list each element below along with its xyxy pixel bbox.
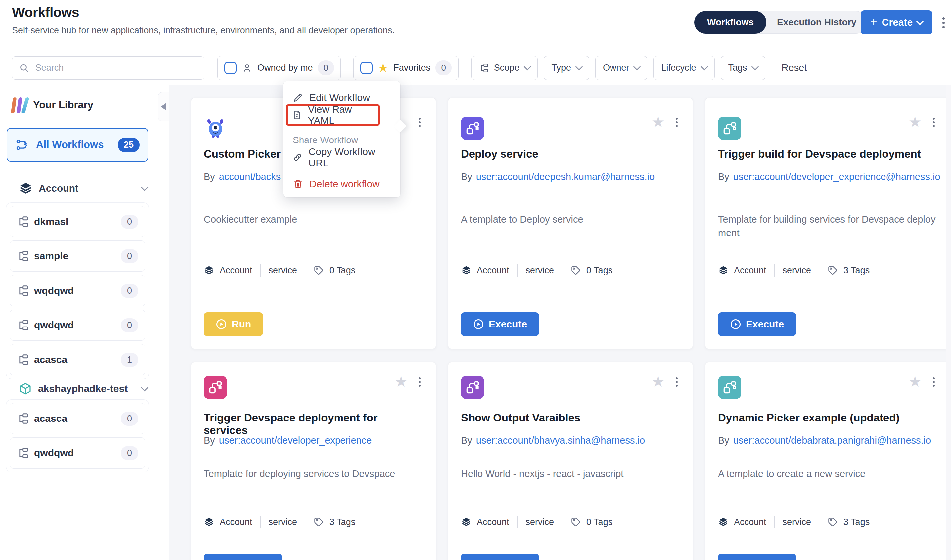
sidebar-group-akshayphadke-test[interactable]: akshayphadke-test	[0, 380, 168, 397]
plus-icon: +	[870, 16, 877, 28]
favorite-star-icon[interactable]: ★	[909, 115, 922, 129]
divider	[819, 264, 819, 277]
run-button-label: Run	[232, 318, 251, 330]
workflow-description: Template for building services for Devsp…	[718, 212, 937, 240]
item-name: dkmasl	[34, 216, 116, 227]
lifecycle-label: Lifecycle	[661, 63, 696, 73]
favorite-star-icon[interactable]: ★	[652, 115, 665, 129]
workflow-title: Deploy service	[461, 148, 680, 160]
workflow-card-deploy-service[interactable]: ★ Deploy service By user:account/deepesh…	[448, 98, 693, 349]
workflow-icon	[204, 375, 227, 399]
page-header: Workflows Self-service hub for new appli…	[0, 0, 951, 51]
card-kebab-menu[interactable]	[673, 116, 680, 129]
cube-icon	[19, 382, 32, 395]
collapse-arrow-icon	[161, 103, 166, 110]
filter-dropdown-tags[interactable]: Tags	[721, 56, 766, 80]
divider	[819, 516, 819, 528]
sidebar-item-all-workflows[interactable]: All Workflows 25	[7, 128, 148, 162]
owner-link[interactable]: user:account/deepesh.kumar@harness.io	[476, 170, 655, 184]
favorite-star-icon[interactable]: ★	[652, 374, 665, 389]
chevron-down-icon	[524, 63, 531, 71]
workflow-group-icon	[17, 412, 29, 425]
owner-link[interactable]: account/backs	[219, 170, 281, 184]
sidebar-item-dkmasl[interactable]: dkmasl 0	[10, 206, 145, 237]
owner-link[interactable]: user:account/developer_experience	[219, 434, 372, 448]
type-value: service	[526, 265, 554, 276]
favorite-star-icon[interactable]: ★	[395, 374, 408, 389]
menu-item-copy-workflow-url[interactable]: Copy Workflow URL	[288, 148, 396, 167]
tab-workflows[interactable]: Workflows	[694, 11, 766, 34]
execute-button[interactable]: Execute	[718, 312, 796, 336]
execute-button[interactable]: Execute	[461, 312, 539, 336]
sidebar-item-acasca-2[interactable]: acasca 0	[10, 403, 145, 434]
item-count: 1	[121, 353, 138, 367]
execute-button[interactable]: Execute	[718, 554, 796, 560]
sidebar-collapse-button[interactable]	[157, 92, 168, 121]
type-value: service	[526, 517, 554, 528]
search-box[interactable]	[12, 57, 204, 80]
owner-link[interactable]: user:account/debabrata.panigrahi@harness…	[733, 434, 931, 448]
create-button[interactable]: + Create	[861, 10, 932, 34]
execute-button[interactable]: Execute	[461, 554, 539, 560]
workflow-icon	[15, 137, 30, 152]
sidebar-item-acasca[interactable]: acasca 1	[10, 344, 145, 375]
filter-dropdown-lifecycle[interactable]: Lifecycle	[653, 56, 714, 80]
favorites-filter[interactable]: ★ Favorites 0	[354, 56, 459, 80]
menu-item-delete-workflow[interactable]: Delete workflow	[288, 175, 396, 193]
item-count: 0	[121, 215, 138, 229]
tag-icon	[827, 265, 838, 276]
sidebar-group-account[interactable]: Account	[0, 180, 168, 197]
card-kebab-menu[interactable]	[930, 375, 937, 388]
scope-label: Scope	[494, 63, 520, 73]
workflow-card-trigger-build[interactable]: ★ Trigger build for Devspace deployment …	[705, 98, 950, 349]
pencil-icon	[293, 92, 303, 103]
scope-layers-icon	[204, 265, 215, 276]
scope-layers-icon	[461, 517, 471, 528]
execute-button[interactable]: Execute	[204, 554, 282, 560]
run-button[interactable]: Run	[204, 312, 263, 336]
search-input[interactable]	[35, 62, 197, 74]
filter-dropdown-scope[interactable]: Scope	[471, 56, 538, 80]
card-kebab-menu[interactable]	[416, 375, 423, 388]
scrollbar[interactable]	[946, 85, 951, 560]
workflow-group-icon	[17, 285, 29, 297]
workflow-card-show-output[interactable]: ★ Show Output Varaibles By user:account/…	[448, 362, 693, 560]
card-kebab-menu[interactable]	[416, 116, 423, 129]
workflow-description: A template to Deploy service	[461, 212, 680, 226]
card-kebab-menu[interactable]	[673, 375, 680, 388]
item-name: acasca	[34, 413, 116, 424]
reset-filters-button[interactable]: Reset	[782, 62, 807, 74]
owned-by-me-count: 0	[318, 60, 334, 75]
favorites-checkbox[interactable]	[360, 62, 373, 74]
workflow-card-dynamic-picker[interactable]: ★ Dynamic Picker example (updated) By us…	[705, 362, 950, 560]
workflow-title: Dynamic Picker example (updated)	[718, 412, 937, 424]
sidebar-item-qwdqwd[interactable]: qwdqwd 0	[10, 309, 145, 341]
header-kebab-menu[interactable]	[939, 15, 948, 30]
sidebar-item-sample[interactable]: sample 0	[10, 240, 145, 272]
filter-dropdown-owner[interactable]: Owner	[595, 56, 648, 80]
filter-dropdown-type[interactable]: Type	[543, 56, 589, 80]
workflow-meta: Account service 0 Tags	[204, 264, 355, 277]
sidebar-item-qwdqwd-2[interactable]: qwdqwd 0	[10, 437, 145, 469]
workflow-meta: Account service 3 Tags	[718, 516, 869, 528]
workflow-owner-line: By user:account/bhavya.sinha@harness.io	[461, 434, 683, 448]
favorites-label: Favorites	[394, 63, 430, 73]
owned-by-me-checkbox[interactable]	[224, 62, 237, 74]
library-icon	[12, 97, 27, 113]
workflow-title: Trigger build for Devspace deployment	[718, 148, 937, 160]
workflow-description: Hello World - nextjs - react - javascrip…	[461, 467, 680, 481]
workflow-meta: Account service 0 Tags	[461, 264, 613, 277]
tab-execution-history[interactable]: Execution History	[766, 17, 867, 28]
workflow-card-trigger-devspace[interactable]: ★ Trigger Devspace deployment for servic…	[191, 362, 436, 560]
favorite-star-icon[interactable]: ★	[909, 374, 922, 389]
scope-layers-icon	[204, 517, 215, 528]
owned-by-me-filter[interactable]: Owned by me 0	[218, 56, 341, 80]
sidebar-item-wqdqwd[interactable]: wqdqwd 0	[10, 275, 145, 306]
card-kebab-menu[interactable]	[930, 116, 937, 129]
type-value: service	[269, 265, 297, 276]
tags-value: 0 Tags	[586, 517, 613, 528]
owner-link[interactable]: user:account/bhavya.sinha@harness.io	[476, 434, 645, 448]
menu-item-view-raw-yaml[interactable]: View Raw YAML	[288, 106, 378, 124]
owner-link[interactable]: user:account/developer_experience@harnes…	[733, 170, 940, 184]
by-prefix: By	[204, 170, 215, 184]
